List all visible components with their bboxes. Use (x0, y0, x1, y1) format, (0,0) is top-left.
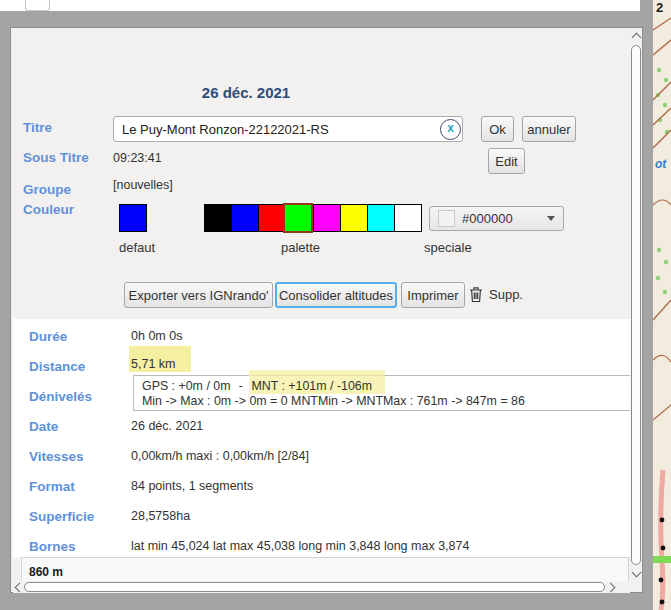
special-color-chip (438, 210, 455, 227)
palette-swatch-7[interactable] (394, 204, 422, 232)
edit-button[interactable]: Edit (488, 148, 525, 174)
elevation-panel-top (21, 557, 629, 581)
speciale-caption: speciale (424, 240, 472, 255)
sous-titre-value: 09:23:41 (113, 151, 162, 165)
bornes-label: Bornes (29, 539, 76, 554)
scroll-right-icon[interactable] (604, 581, 616, 593)
top-tab-outline (25, 0, 50, 11)
dialog-date-heading: 26 déc. 2021 (131, 84, 361, 101)
scroll-down-icon[interactable] (630, 566, 642, 578)
chevron-down-icon (547, 216, 555, 221)
sous-titre-label: Sous Titre (23, 150, 89, 165)
couleur-label: Couleur (23, 202, 74, 217)
annuler-button[interactable]: annuler (522, 116, 576, 142)
deniveles-gps: GPS : +0m / 0m (142, 379, 230, 393)
groupe-value: [nouvelles] (113, 178, 173, 192)
palette-swatch-0[interactable] (204, 204, 232, 232)
groupe-label: Groupe (23, 182, 71, 197)
duree-label: Durée (29, 329, 67, 344)
clear-input-icon[interactable]: x (440, 119, 461, 140)
imprimer-button[interactable]: Imprimer (401, 282, 465, 308)
palette-swatch-6[interactable] (367, 204, 395, 232)
consolider-altitudes-button[interactable]: Consolider altitudes (275, 282, 397, 308)
palette-swatch-2[interactable] (258, 204, 286, 232)
deniveles-mnt: MNT : +101m / -106m (251, 379, 372, 393)
deniveles-line2: Min -> Max : 0m -> 0m = 0 MNTMin -> MNTM… (142, 394, 525, 408)
default-color-swatch[interactable] (119, 204, 147, 232)
distance-label: Distance (29, 359, 85, 374)
horizontal-scrollbar-thumb[interactable] (24, 582, 605, 592)
map-edge-art: 2 ot (653, 0, 671, 610)
bornes-value: lat min 45,024 lat max 45,038 long min 3… (131, 539, 469, 553)
palette-swatch-1[interactable] (231, 204, 259, 232)
color-palette (204, 204, 421, 233)
distance-value: 5,71 km (131, 357, 175, 371)
deniveles-label: Dénivelés (29, 389, 92, 404)
superficie-value: 28,5758ha (131, 509, 190, 523)
special-color-select[interactable]: #000000 (429, 206, 564, 231)
trash-icon[interactable] (469, 286, 483, 303)
deniveles-sep: - (234, 379, 248, 393)
stats-panel (13, 319, 630, 557)
defaut-caption: defaut (119, 240, 155, 255)
deniveles-box: GPS : +0m / 0m - MNT : +101m / -106m Min… (133, 375, 641, 411)
palette-caption: palette (281, 240, 320, 255)
titre-input[interactable] (113, 116, 463, 142)
track-properties-dialog: 26 déc. 2021 Titre x Ok annuler Sous Tit… (10, 27, 643, 593)
ok-button[interactable]: Ok (481, 116, 514, 142)
format-value: 84 points, 1 segments (131, 479, 253, 493)
supp-label[interactable]: Supp. (489, 287, 523, 302)
vertical-scrollbar-thumb[interactable] (631, 45, 641, 565)
deniveles-line1: GPS : +0m / 0m - MNT : +101m / -106m (142, 379, 372, 393)
palette-swatch-5[interactable] (340, 204, 368, 232)
date-value: 26 déc. 2021 (131, 419, 203, 433)
format-label: Format (29, 479, 75, 494)
vitesses-label: Vitesses (29, 449, 84, 464)
date-label: Date (29, 419, 58, 434)
page: 2 ot 26 déc. 2021 Titre (0, 0, 671, 610)
duree-value: 0h 0m 0s (131, 329, 182, 343)
special-color-value: #000000 (462, 211, 547, 226)
map-label-top: 2 (656, 0, 663, 15)
vitesses-value: 0,00km/h maxi : 0,00km/h [2/84] (131, 449, 309, 463)
vertical-scrollbar[interactable] (630, 30, 642, 579)
horizontal-scrollbar[interactable] (13, 581, 630, 593)
titre-label: Titre (23, 120, 52, 135)
altitude-label: 860 m (29, 565, 63, 579)
browser-top-strip (0, 0, 640, 11)
map-edge: 2 ot (653, 0, 671, 610)
superficie-label: Superficie (29, 509, 94, 524)
palette-swatch-3[interactable] (283, 203, 313, 233)
map-label-blue: ot (655, 157, 667, 171)
palette-swatch-4[interactable] (313, 204, 341, 232)
export-ignrando-button[interactable]: Exporter vers IGNrando' (124, 282, 273, 308)
scroll-up-icon[interactable] (630, 31, 642, 43)
